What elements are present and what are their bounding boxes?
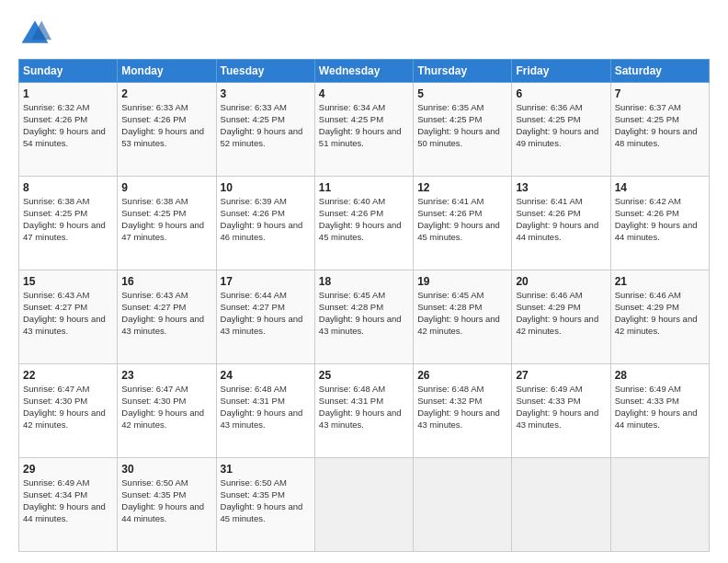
day-header-friday: Friday — [512, 60, 610, 83]
sunrise-label: Sunrise: 6:50 AM — [121, 477, 188, 488]
sunrise-label: Sunrise: 6:40 AM — [319, 196, 385, 206]
calendar-cell: 2 Sunrise: 6:33 AM Sunset: 4:26 PM Dayli… — [118, 83, 216, 177]
sunrise-label: Sunrise: 6:36 AM — [516, 102, 582, 112]
sunset-label: Sunset: 4:25 PM — [221, 114, 285, 124]
calendar-cell: 14 Sunrise: 6:42 AM Sunset: 4:26 PM Dayl… — [610, 177, 709, 270]
sunrise-label: Sunrise: 6:49 AM — [23, 477, 89, 488]
daylight-label: Daylight: 9 hours and 44 minutes. — [615, 220, 698, 242]
sunrise-label: Sunrise: 6:41 AM — [516, 196, 582, 206]
sunrise-label: Sunrise: 6:33 AM — [121, 102, 188, 112]
sunrise-label: Sunrise: 6:48 AM — [417, 384, 483, 394]
sunset-label: Sunset: 4:27 PM — [221, 302, 285, 312]
daylight-label: Daylight: 9 hours and 47 minutes. — [121, 220, 204, 242]
sunset-label: Sunset: 4:26 PM — [23, 114, 87, 124]
calendar-cell: 9 Sunrise: 6:38 AM Sunset: 4:25 PM Dayli… — [118, 177, 216, 270]
calendar-cell: 26 Sunrise: 6:48 AM Sunset: 4:32 PM Dayl… — [414, 364, 512, 458]
day-number: 30 — [121, 462, 211, 477]
sunset-label: Sunset: 4:29 PM — [615, 302, 679, 312]
day-number: 31 — [221, 462, 311, 477]
sunset-label: Sunset: 4:28 PM — [417, 302, 482, 312]
sunset-label: Sunset: 4:26 PM — [417, 208, 482, 218]
logo — [18, 17, 57, 50]
sunrise-label: Sunrise: 6:32 AM — [23, 102, 89, 112]
sunrise-label: Sunrise: 6:43 AM — [23, 290, 89, 300]
day-number: 13 — [516, 180, 606, 195]
calendar-cell: 6 Sunrise: 6:36 AM Sunset: 4:25 PM Dayli… — [512, 83, 610, 177]
day-number: 9 — [121, 180, 211, 195]
sunrise-label: Sunrise: 6:46 AM — [615, 290, 681, 300]
sunrise-label: Sunrise: 6:37 AM — [615, 102, 681, 112]
day-header-monday: Monday — [118, 60, 216, 83]
daylight-label: Daylight: 9 hours and 42 minutes. — [417, 314, 500, 336]
sunset-label: Sunset: 4:31 PM — [319, 396, 383, 406]
day-number: 4 — [319, 86, 409, 101]
calendar-cell: 22 Sunrise: 6:47 AM Sunset: 4:30 PM Dayl… — [19, 364, 118, 458]
sunrise-label: Sunrise: 6:45 AM — [319, 290, 385, 300]
daylight-label: Daylight: 9 hours and 47 minutes. — [23, 220, 106, 242]
sunset-label: Sunset: 4:26 PM — [221, 208, 285, 218]
sunset-label: Sunset: 4:27 PM — [121, 302, 186, 312]
day-number: 24 — [221, 368, 311, 383]
day-number: 28 — [615, 368, 705, 383]
calendar-cell: 1 Sunrise: 6:32 AM Sunset: 4:26 PM Dayli… — [19, 83, 118, 177]
day-number: 14 — [615, 180, 705, 195]
calendar-cell: 15 Sunrise: 6:43 AM Sunset: 4:27 PM Dayl… — [19, 270, 118, 364]
sunrise-label: Sunrise: 6:41 AM — [417, 196, 483, 206]
calendar-cell: 10 Sunrise: 6:39 AM Sunset: 4:26 PM Dayl… — [216, 177, 314, 270]
day-number: 15 — [23, 274, 113, 289]
logo-icon — [18, 17, 51, 50]
sunrise-label: Sunrise: 6:45 AM — [417, 290, 483, 300]
calendar-cell: 4 Sunrise: 6:34 AM Sunset: 4:25 PM Dayli… — [314, 83, 413, 177]
sunrise-label: Sunrise: 6:33 AM — [221, 102, 287, 112]
calendar-week-3: 15 Sunrise: 6:43 AM Sunset: 4:27 PM Dayl… — [19, 270, 710, 364]
calendar-cell — [610, 458, 709, 552]
calendar-cell: 12 Sunrise: 6:41 AM Sunset: 4:26 PM Dayl… — [414, 177, 512, 270]
sunrise-label: Sunrise: 6:48 AM — [221, 384, 287, 394]
calendar-week-1: 1 Sunrise: 6:32 AM Sunset: 4:26 PM Dayli… — [19, 83, 710, 177]
day-number: 22 — [23, 368, 113, 383]
day-header-thursday: Thursday — [414, 60, 512, 83]
daylight-label: Daylight: 9 hours and 43 minutes. — [221, 314, 303, 336]
daylight-label: Daylight: 9 hours and 54 minutes. — [23, 126, 106, 148]
sunset-label: Sunset: 4:25 PM — [417, 114, 482, 124]
day-number: 25 — [319, 368, 409, 383]
calendar-header-row: SundayMondayTuesdayWednesdayThursdayFrid… — [19, 60, 710, 83]
day-number: 3 — [221, 86, 311, 101]
daylight-label: Daylight: 9 hours and 48 minutes. — [615, 126, 698, 148]
calendar-cell: 25 Sunrise: 6:48 AM Sunset: 4:31 PM Dayl… — [314, 364, 413, 458]
calendar-cell: 31 Sunrise: 6:50 AM Sunset: 4:35 PM Dayl… — [216, 458, 314, 552]
daylight-label: Daylight: 9 hours and 42 minutes. — [615, 314, 698, 336]
daylight-label: Daylight: 9 hours and 44 minutes. — [23, 501, 106, 523]
daylight-label: Daylight: 9 hours and 44 minutes. — [516, 220, 598, 242]
calendar-cell — [414, 458, 512, 552]
calendar-cell: 24 Sunrise: 6:48 AM Sunset: 4:31 PM Dayl… — [216, 364, 314, 458]
daylight-label: Daylight: 9 hours and 51 minutes. — [319, 126, 402, 148]
calendar-cell: 19 Sunrise: 6:45 AM Sunset: 4:28 PM Dayl… — [414, 270, 512, 364]
daylight-label: Daylight: 9 hours and 52 minutes. — [221, 126, 303, 148]
sunset-label: Sunset: 4:26 PM — [615, 208, 679, 218]
sunset-label: Sunset: 4:34 PM — [23, 489, 87, 500]
sunset-label: Sunset: 4:30 PM — [23, 396, 87, 406]
day-number: 23 — [121, 368, 211, 383]
sunrise-label: Sunrise: 6:47 AM — [121, 384, 188, 394]
daylight-label: Daylight: 9 hours and 49 minutes. — [516, 126, 598, 148]
sunrise-label: Sunrise: 6:49 AM — [615, 384, 681, 394]
sunrise-label: Sunrise: 6:44 AM — [221, 290, 287, 300]
day-header-wednesday: Wednesday — [314, 60, 413, 83]
calendar-cell: 17 Sunrise: 6:44 AM Sunset: 4:27 PM Dayl… — [216, 270, 314, 364]
day-header-tuesday: Tuesday — [216, 60, 314, 83]
page: SundayMondayTuesdayWednesdayThursdayFrid… — [0, 0, 728, 563]
day-number: 6 — [516, 86, 606, 101]
sunrise-label: Sunrise: 6:38 AM — [121, 196, 188, 206]
day-number: 1 — [23, 86, 113, 101]
sunrise-label: Sunrise: 6:42 AM — [615, 196, 681, 206]
calendar-cell: 18 Sunrise: 6:45 AM Sunset: 4:28 PM Dayl… — [314, 270, 413, 364]
sunrise-label: Sunrise: 6:47 AM — [23, 384, 89, 394]
day-number: 21 — [615, 274, 705, 289]
daylight-label: Daylight: 9 hours and 43 minutes. — [23, 314, 106, 336]
daylight-label: Daylight: 9 hours and 42 minutes. — [23, 408, 106, 430]
calendar-cell: 28 Sunrise: 6:49 AM Sunset: 4:33 PM Dayl… — [610, 364, 709, 458]
daylight-label: Daylight: 9 hours and 45 minutes. — [319, 220, 402, 242]
sunset-label: Sunset: 4:25 PM — [23, 208, 87, 218]
day-number: 12 — [417, 180, 507, 195]
